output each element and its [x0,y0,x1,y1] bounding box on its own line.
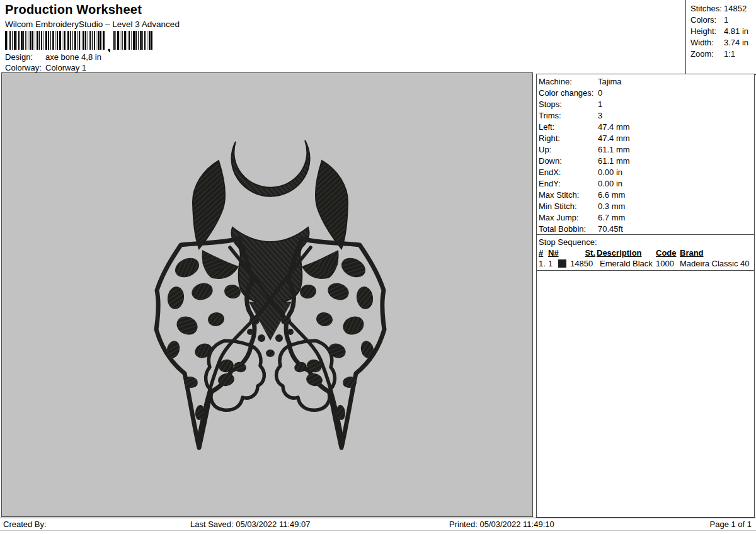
height-label: Height: [690,26,724,37]
width-value: 3.74 in [724,37,748,48]
design-preview-canvas [1,72,533,517]
design-name-row: Design:axe bone 4,8 in [5,52,101,62]
printed-timestamp: Printed: 05/03/2022 11:49:10 [449,518,554,531]
stop-stitches-cell: 14850 [558,258,596,269]
machine-label: Machine: [539,76,598,88]
down-label: Down: [539,156,598,167]
svg-text:,: , [107,38,111,52]
right-value: 47.4 mm [598,133,630,144]
colorway-row: Colorway:Colorway 1 [5,63,86,72]
down-value: 61.1 mm [598,156,630,167]
stops-label: Stops: [539,99,598,110]
design-summary-box: Stitches:14852 Colors:1 Height:4.81 in W… [685,0,756,75]
trims-label: Trims: [539,110,598,122]
design-barcode: , [5,31,156,52]
info-row: Trims:3 [539,110,754,122]
min-stitch-label: Min Stitch: [539,201,598,212]
last-saved-timestamp: Last Saved: 05/03/2022 11:49:07 [190,518,311,531]
endy-label: EndY: [539,178,598,190]
color-changes-label: Color changes: [539,88,598,99]
thread-description: Emerald Black [596,258,656,269]
col-number: # [539,247,548,258]
info-row: Left:47.4 mm [539,122,754,133]
page-title: Production Worksheet [5,3,142,17]
endy-value: 0.00 in [598,178,622,190]
total-bobbin-value: 70.45ft [598,224,623,235]
col-description: Description [596,247,656,258]
info-row: EndX:0.00 in [539,167,754,178]
stop-sequence-section: Stop Sequence: # N# St. Description Code… [537,235,754,271]
info-row: Machine:Tajima [539,76,754,88]
info-row: Up:61.1 mm [539,144,754,156]
created-by-label: Created By: [3,518,47,531]
stop-stitch-count: 14850 [570,258,593,269]
zoom-value: 1:1 [724,48,735,60]
endx-value: 0.00 in [598,167,622,178]
stop-sequence-title: Stop Sequence: [539,237,754,247]
info-row: Down:61.1 mm [539,156,754,167]
col-needle: N# [548,247,558,258]
footer-bar: Created By: Last Saved: 05/03/2022 11:49… [0,518,756,531]
info-row: EndY:0.00 in [539,178,754,190]
right-label: Right: [539,133,598,144]
endx-label: EndX: [539,167,598,178]
app-version-subtitle: Wilcom EmbroideryStudio – Level 3 Advanc… [5,20,180,29]
col-brand: Brand [680,247,754,258]
max-jump-label: Max Jump: [539,212,598,224]
stop-sequence-row: 1. 1 14850 Emerald Black 1000 Madeira Cl… [539,258,754,269]
max-stitch-value: 6.6 mm [598,190,625,201]
design-value: axe bone 4,8 in [45,52,101,62]
design-label: Design: [5,52,45,62]
summary-row: Zoom:1:1 [686,48,756,60]
info-row: Color changes:0 [539,88,754,99]
machine-info-section: Machine:Tajima Color changes:0 Stops:1 T… [537,74,754,235]
stop-sequence-header-row: # N# St. Description Code Brand [539,247,754,258]
stitches-value: 14852 [724,3,747,14]
info-row: Right:47.4 mm [539,133,754,144]
colors-value: 1 [724,14,728,26]
stitches-label: Stitches: [690,3,724,14]
colorway-label: Colorway: [5,63,45,72]
max-jump-value: 6.7 mm [598,212,625,224]
colorway-value: Colorway 1 [45,63,86,72]
info-row: Stops:1 [539,99,754,110]
colors-label: Colors: [690,14,724,26]
left-value: 47.4 mm [598,122,630,133]
up-value: 61.1 mm [598,144,630,156]
summary-row: Height:4.81 in [686,26,756,37]
max-stitch-label: Max Stitch: [539,190,598,201]
height-value: 4.81 in [724,26,748,37]
info-row: Max Stitch:6.6 mm [539,190,754,201]
embroidery-design-axe-bone [151,133,391,453]
page-indicator: Page 1 of 1 [710,518,752,531]
color-changes-value: 0 [598,88,602,99]
summary-row: Colors:1 [686,14,756,26]
trims-value: 3 [598,110,602,122]
info-row: Total Bobbin:70.45ft [539,224,754,235]
thread-brand: Madeira Classic 40 [680,258,754,269]
stops-value: 1 [598,99,602,110]
left-label: Left: [539,122,598,133]
stop-number: 1. [539,258,548,269]
width-label: Width: [690,37,724,48]
thread-code: 1000 [656,258,680,269]
total-bobbin-label: Total Bobbin: [539,224,598,235]
col-code: Code [656,247,680,258]
info-row: Min Stitch:0.3 mm [539,201,754,212]
thread-color-swatch [558,259,566,268]
up-label: Up: [539,144,598,156]
summary-row: Width:3.74 in [686,37,756,48]
stop-needle: 1 [548,258,558,269]
machine-value: Tajima [598,76,622,88]
production-worksheet-page: { "header": { "title": "Production Works… [0,0,756,534]
min-stitch-value: 0.3 mm [598,201,625,212]
col-stitches: St. [558,247,596,258]
info-row: Max Jump:6.7 mm [539,212,754,224]
zoom-label: Zoom: [690,48,724,60]
machine-info-panel: Machine:Tajima Color changes:0 Stops:1 T… [536,74,755,518]
summary-row: Stitches:14852 [686,3,756,14]
